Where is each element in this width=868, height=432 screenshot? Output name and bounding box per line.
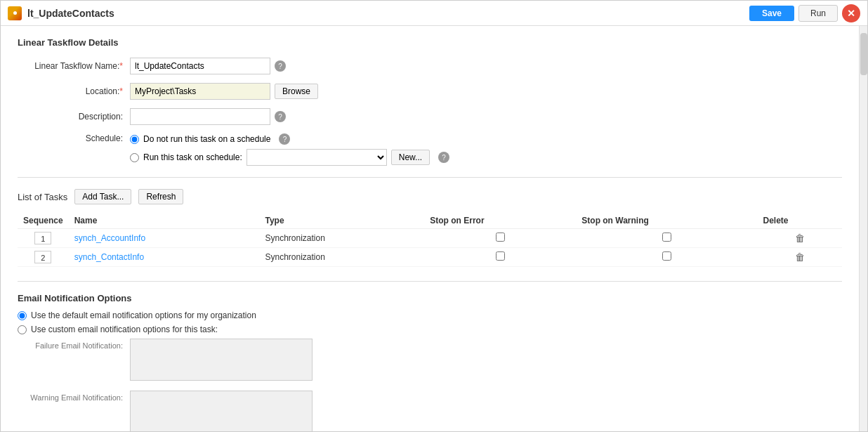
app-window: lt_UpdateContacts Save Run ✕ Linear Task… [0, 0, 868, 432]
app-icon [8, 6, 22, 20]
col-sequence: Sequence [18, 213, 69, 229]
task-type-1: Synchronization [260, 229, 425, 248]
stop-warning-checkbox-1[interactable] [662, 233, 671, 242]
tasks-header: List of Tasks Add Task... Refresh [18, 189, 842, 204]
email-option2-row: Use custom email notification options fo… [18, 325, 842, 334]
seq-1: 1 [18, 229, 69, 248]
schedule-row: Schedule: Do not run this task on a sche… [18, 133, 842, 166]
name-label: Linear Taskflow Name:* [18, 61, 130, 71]
browse-button[interactable]: Browse [275, 84, 318, 99]
warning-email-label: Warning Email Notification: [18, 391, 130, 402]
name-row: Linear Taskflow Name:* ? [18, 58, 842, 74]
stop-error-checkbox-1[interactable] [496, 233, 505, 242]
email-section-title: Email Notification Options [18, 293, 842, 303]
name-help-icon[interactable]: ? [275, 60, 286, 72]
schedule-section: Do not run this task on a schedule ? Run… [130, 133, 449, 166]
warning-email-input[interactable] [130, 391, 313, 431]
email-option1-row: Use the default email notification optio… [18, 310, 842, 320]
schedule2-help-icon[interactable]: ? [438, 152, 449, 163]
delete-icon-2[interactable]: 🗑 [795, 251, 805, 263]
description-input[interactable] [130, 108, 270, 125]
divider-2 [18, 281, 842, 282]
schedule-option1-row: Do not run this task on a schedule ? [130, 133, 449, 145]
tasks-table-head: Sequence Name Type Stop on Error Stop on… [18, 213, 842, 229]
schedule-option1-label: Do not run this task on a schedule [143, 134, 270, 144]
schedule-select[interactable] [246, 149, 387, 166]
linear-taskflow-section: Linear Taskflow Details Linear Taskflow … [18, 37, 842, 166]
failure-email-label: Failure Email Notification: [18, 339, 130, 350]
email-radio-2[interactable] [18, 325, 27, 334]
save-button[interactable]: Save [749, 6, 794, 21]
delete-2: 🗑 [758, 248, 842, 267]
location-label: Location:* [18, 86, 130, 96]
title-bar-left: lt_UpdateContacts [8, 6, 114, 20]
schedule-option2-label: Run this task on schedule: [143, 152, 242, 162]
col-stop-on-error: Stop on Error [424, 213, 576, 229]
tasks-table-body: 1 synch_AccountInfo Synchronization 🗑 2 … [18, 229, 842, 267]
task-link-2[interactable]: synch_ContactInfo [74, 252, 144, 262]
col-delete: Delete [758, 213, 842, 229]
warning-email-row: Warning Email Notification: [18, 391, 842, 431]
stop-warning-checkbox-2[interactable] [662, 251, 671, 261]
schedule-option2-row: Run this task on schedule: New... ? [130, 149, 449, 166]
col-name: Name [69, 213, 260, 229]
app-title: lt_UpdateContacts [27, 8, 114, 19]
table-row: 1 synch_AccountInfo Synchronization 🗑 [18, 229, 842, 248]
refresh-button[interactable]: Refresh [138, 189, 183, 204]
task-name-1: synch_AccountInfo [69, 229, 260, 248]
scrollbar-track[interactable] [859, 26, 867, 431]
email-radio-1[interactable] [18, 311, 27, 320]
new-schedule-button[interactable]: New... [391, 150, 430, 165]
delete-icon-1[interactable]: 🗑 [795, 233, 805, 244]
title-bar-right: Save Run ✕ [749, 4, 860, 22]
task-link-1[interactable]: synch_AccountInfo [74, 233, 145, 243]
divider-1 [18, 177, 842, 178]
scrollbar-thumb[interactable] [860, 33, 867, 75]
location-input[interactable] [130, 83, 270, 100]
close-button[interactable]: ✕ [842, 4, 860, 22]
stop-error-2 [424, 248, 576, 267]
description-row: Description: ? [18, 108, 842, 125]
seq-2: 2 [18, 248, 69, 267]
name-input[interactable] [130, 58, 270, 74]
email-section: Email Notification Options Use the defau… [18, 293, 842, 431]
col-stop-on-warning: Stop on Warning [576, 213, 757, 229]
run-button[interactable]: Run [798, 5, 838, 22]
task-type-2: Synchronization [260, 248, 425, 267]
location-row: Location:* Browse [18, 83, 842, 100]
add-task-button[interactable]: Add Task... [74, 189, 131, 204]
email-option2-label: Use custom email notification options fo… [31, 325, 218, 334]
section-title: Linear Taskflow Details [18, 37, 842, 48]
delete-1: 🗑 [758, 229, 842, 248]
table-row: 2 synch_ContactInfo Synchronization 🗑 [18, 248, 842, 267]
tasks-table: Sequence Name Type Stop on Error Stop on… [18, 213, 842, 267]
content-area: Linear Taskflow Details Linear Taskflow … [1, 26, 867, 431]
tasks-section-title: List of Tasks [18, 192, 67, 202]
schedule-help-icon[interactable]: ? [279, 133, 290, 145]
task-name-2: synch_ContactInfo [69, 248, 260, 267]
description-label: Description: [18, 112, 130, 122]
failure-email-input[interactable] [130, 339, 313, 381]
email-option1-label: Use the default email notification optio… [31, 310, 256, 320]
stop-error-1 [424, 229, 576, 248]
stop-warning-2 [576, 248, 757, 267]
title-bar: lt_UpdateContacts Save Run ✕ [1, 1, 867, 26]
stop-error-checkbox-2[interactable] [496, 251, 505, 261]
schedule-radio-2[interactable] [130, 153, 139, 162]
schedule-label: Schedule: [18, 133, 130, 143]
tasks-section: List of Tasks Add Task... Refresh Sequen… [18, 189, 842, 267]
main-content: Linear Taskflow Details Linear Taskflow … [1, 26, 859, 431]
stop-warning-1 [576, 229, 757, 248]
failure-email-row: Failure Email Notification: [18, 339, 842, 381]
schedule-radio-1[interactable] [130, 135, 139, 144]
col-type: Type [260, 213, 425, 229]
description-help-icon[interactable]: ? [275, 111, 286, 122]
tasks-table-header-row: Sequence Name Type Stop on Error Stop on… [18, 213, 842, 229]
app-icon-dot [13, 11, 17, 15]
